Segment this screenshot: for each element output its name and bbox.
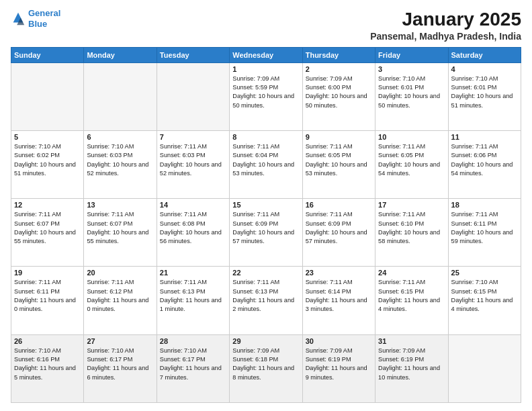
day-info: Sunrise: 7:11 AMSunset: 6:12 PMDaylight:… [87,278,153,314]
day-number: 31 [378,337,445,345]
day-number: 25 [451,269,518,277]
day-number: 17 [378,201,445,209]
calendar-cell: 27 Sunrise: 7:10 AMSunset: 6:17 PMDaylig… [84,334,157,402]
day-info: Sunrise: 7:11 AMSunset: 6:07 PMDaylight:… [87,210,153,246]
col-friday: Friday [375,47,448,62]
day-info: Sunrise: 7:10 AMSunset: 6:02 PMDaylight:… [14,142,81,178]
day-info: Sunrise: 7:11 AMSunset: 6:13 PMDaylight:… [160,278,226,314]
day-number: 24 [378,269,445,277]
calendar-week-2: 5 Sunrise: 7:10 AMSunset: 6:02 PMDayligh… [11,130,521,198]
calendar-cell [448,334,521,402]
calendar-cell: 23 Sunrise: 7:11 AMSunset: 6:14 PMDaylig… [302,267,375,334]
col-tuesday: Tuesday [157,47,229,62]
day-number: 12 [14,201,81,209]
calendar-cell: 20 Sunrise: 7:11 AMSunset: 6:12 PMDaylig… [84,267,157,334]
logo-line2: Blue [28,19,47,29]
calendar-cell [157,62,229,130]
month-title: January 2025 [370,8,521,31]
calendar-cell: 13 Sunrise: 7:11 AMSunset: 6:07 PMDaylig… [84,199,157,267]
calendar-cell: 26 Sunrise: 7:10 AMSunset: 6:16 PMDaylig… [11,334,84,402]
calendar-week-4: 19 Sunrise: 7:11 AMSunset: 6:11 PMDaylig… [11,267,521,334]
day-info: Sunrise: 7:11 AMSunset: 6:13 PMDaylight:… [232,278,299,314]
day-number: 5 [14,133,81,141]
calendar-cell: 4 Sunrise: 7:10 AMSunset: 6:01 PMDayligh… [448,62,521,130]
day-info: Sunrise: 7:11 AMSunset: 6:05 PMDaylight:… [378,142,445,178]
day-number: 19 [14,269,81,277]
logo: General Blue [11,8,60,29]
day-info: Sunrise: 7:11 AMSunset: 6:14 PMDaylight:… [306,278,372,314]
day-info: Sunrise: 7:09 AMSunset: 6:19 PMDaylight:… [378,347,445,382]
day-info: Sunrise: 7:09 AMSunset: 5:59 PMDaylight:… [232,75,299,110]
day-info: Sunrise: 7:11 AMSunset: 6:07 PMDaylight:… [14,210,81,246]
calendar-cell: 16 Sunrise: 7:11 AMSunset: 6:09 PMDaylig… [302,199,375,267]
day-info: Sunrise: 7:11 AMSunset: 6:11 PMDaylight:… [14,278,81,314]
logo-icon [11,11,26,26]
day-number: 30 [306,337,372,345]
col-monday: Monday [84,47,157,62]
day-info: Sunrise: 7:11 AMSunset: 6:08 PMDaylight:… [160,210,226,246]
calendar-cell: 17 Sunrise: 7:11 AMSunset: 6:10 PMDaylig… [375,199,448,267]
calendar-cell: 8 Sunrise: 7:11 AMSunset: 6:04 PMDayligh… [230,130,302,198]
day-number: 21 [160,269,226,277]
calendar-cell: 3 Sunrise: 7:10 AMSunset: 6:01 PMDayligh… [375,62,448,130]
logo-text: General Blue [28,8,60,29]
day-number: 13 [87,201,153,209]
calendar-cell [11,62,84,130]
day-info: Sunrise: 7:10 AMSunset: 6:15 PMDaylight:… [451,278,518,314]
calendar-cell: 22 Sunrise: 7:11 AMSunset: 6:13 PMDaylig… [230,267,302,334]
day-info: Sunrise: 7:09 AMSunset: 6:19 PMDaylight:… [306,347,372,382]
calendar-cell: 25 Sunrise: 7:10 AMSunset: 6:15 PMDaylig… [448,267,521,334]
calendar-cell [84,62,157,130]
calendar-cell: 18 Sunrise: 7:11 AMSunset: 6:11 PMDaylig… [448,199,521,267]
day-info: Sunrise: 7:10 AMSunset: 6:17 PMDaylight:… [87,347,153,382]
day-number: 6 [87,133,153,141]
day-number: 8 [232,133,299,141]
calendar-cell: 30 Sunrise: 7:09 AMSunset: 6:19 PMDaylig… [302,334,375,402]
day-info: Sunrise: 7:11 AMSunset: 6:09 PMDaylight:… [232,210,299,246]
day-number: 7 [160,133,226,141]
calendar-cell: 14 Sunrise: 7:11 AMSunset: 6:08 PMDaylig… [157,199,229,267]
calendar-cell: 24 Sunrise: 7:11 AMSunset: 6:15 PMDaylig… [375,267,448,334]
day-info: Sunrise: 7:10 AMSunset: 6:01 PMDaylight:… [378,75,445,110]
calendar-header-row: Sunday Monday Tuesday Wednesday Thursday… [11,47,521,62]
day-number: 1 [232,65,299,73]
calendar-cell: 29 Sunrise: 7:09 AMSunset: 6:18 PMDaylig… [230,334,302,402]
day-info: Sunrise: 7:10 AMSunset: 6:17 PMDaylight:… [160,347,226,382]
calendar-cell: 6 Sunrise: 7:10 AMSunset: 6:03 PMDayligh… [84,130,157,198]
calendar-cell: 12 Sunrise: 7:11 AMSunset: 6:07 PMDaylig… [11,199,84,267]
page: General Blue January 2025 Pansemal, Madh… [0,0,532,411]
day-info: Sunrise: 7:11 AMSunset: 6:10 PMDaylight:… [378,210,445,246]
calendar-cell: 15 Sunrise: 7:11 AMSunset: 6:09 PMDaylig… [230,199,302,267]
title-area: January 2025 Pansemal, Madhya Pradesh, I… [370,8,521,42]
calendar-table: Sunday Monday Tuesday Wednesday Thursday… [11,47,521,403]
day-number: 10 [378,133,445,141]
calendar-cell: 1 Sunrise: 7:09 AMSunset: 5:59 PMDayligh… [230,62,302,130]
day-info: Sunrise: 7:09 AMSunset: 6:00 PMDaylight:… [306,75,372,110]
calendar-cell: 21 Sunrise: 7:11 AMSunset: 6:13 PMDaylig… [157,267,229,334]
day-info: Sunrise: 7:10 AMSunset: 6:03 PMDaylight:… [87,142,153,178]
calendar-cell: 9 Sunrise: 7:11 AMSunset: 6:05 PMDayligh… [302,130,375,198]
day-number: 20 [87,269,153,277]
logo-line1: General [28,8,60,18]
day-number: 28 [160,337,226,345]
day-number: 3 [378,65,445,73]
day-number: 23 [306,269,372,277]
day-number: 14 [160,201,226,209]
calendar-week-1: 1 Sunrise: 7:09 AMSunset: 5:59 PMDayligh… [11,62,521,130]
calendar-cell: 2 Sunrise: 7:09 AMSunset: 6:00 PMDayligh… [302,62,375,130]
day-info: Sunrise: 7:11 AMSunset: 6:15 PMDaylight:… [378,278,445,314]
day-info: Sunrise: 7:11 AMSunset: 6:11 PMDaylight:… [451,210,518,246]
col-sunday: Sunday [11,47,84,62]
header: General Blue January 2025 Pansemal, Madh… [11,8,521,42]
calendar-cell: 7 Sunrise: 7:11 AMSunset: 6:03 PMDayligh… [157,130,229,198]
day-number: 4 [451,65,518,73]
day-info: Sunrise: 7:09 AMSunset: 6:18 PMDaylight:… [232,347,299,382]
day-info: Sunrise: 7:11 AMSunset: 6:03 PMDaylight:… [160,142,226,178]
calendar-cell: 19 Sunrise: 7:11 AMSunset: 6:11 PMDaylig… [11,267,84,334]
day-info: Sunrise: 7:10 AMSunset: 6:01 PMDaylight:… [451,75,518,110]
day-number: 26 [14,337,81,345]
day-number: 29 [232,337,299,345]
day-number: 18 [451,201,518,209]
calendar-cell: 10 Sunrise: 7:11 AMSunset: 6:05 PMDaylig… [375,130,448,198]
col-saturday: Saturday [448,47,521,62]
